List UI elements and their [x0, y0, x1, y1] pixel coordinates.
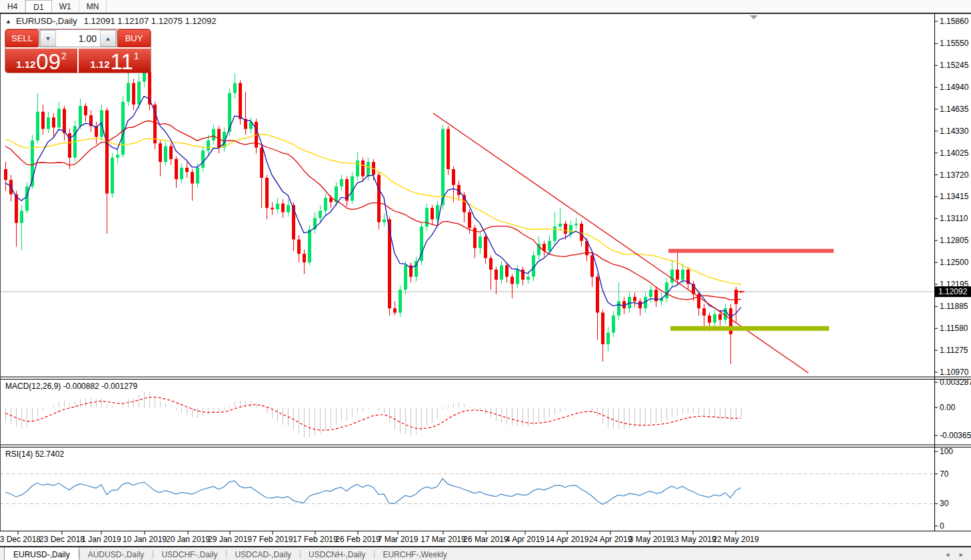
svg-text:24 Apr 2019: 24 Apr 2019: [589, 535, 632, 544]
tab-scroll-controls: ◄ ►: [944, 547, 971, 560]
chart-title: ▲ EURUSD-,Daily 1.12091 1.12107 1.12075 …: [5, 16, 216, 26]
svg-text:1.13720: 1.13720: [940, 170, 969, 180]
svg-text:7 Mar 2019: 7 Mar 2019: [378, 535, 419, 544]
svg-text:100: 100: [940, 447, 953, 456]
chart-shift-marker-icon[interactable]: [750, 15, 758, 19]
rsi-indicator-label: RSI(14) 52.7402: [5, 449, 64, 459]
chart-tab-audusd[interactable]: AUDUSD-,Daily: [79, 547, 153, 560]
macd-indicator-label: MACD(12,26,9) -0.000882 -0.001279: [5, 382, 137, 391]
svg-text:14 Apr 2019: 14 Apr 2019: [546, 535, 589, 544]
sell-price-display[interactable]: 1.12 09 2: [5, 49, 79, 73]
svg-text:1.11275: 1.11275: [940, 346, 968, 355]
svg-text:-0.00365: -0.00365: [940, 431, 971, 440]
macd-pane[interactable]: [5, 392, 742, 437]
svg-text:1.14635: 1.14635: [940, 105, 969, 114]
svg-text:70: 70: [940, 469, 949, 479]
svg-text:1.14025: 1.14025: [940, 148, 969, 158]
svg-text:30: 30: [940, 499, 949, 508]
rsi-name: RSI(14): [5, 449, 33, 459]
tab-scroll-left-icon[interactable]: ◄: [944, 551, 950, 558]
collapse-panel-icon[interactable]: ▲: [5, 18, 11, 25]
price-chart-canvas[interactable]: 1.158601.155501.152451.149401.146351.143…: [0, 0, 971, 560]
chart-tab-usdchf[interactable]: USDCHF-,Daily: [153, 547, 226, 560]
svg-text:20 Jan 2019: 20 Jan 2019: [166, 535, 210, 544]
chart-tab-usdcnh[interactable]: USDCNH-,Daily: [300, 547, 374, 560]
svg-text:4 Apr 2019: 4 Apr 2019: [506, 535, 544, 544]
svg-text:10 Jan 2019: 10 Jan 2019: [123, 535, 167, 544]
timeframe-button-w1[interactable]: W1: [52, 0, 79, 13]
volume-decrease-icon[interactable]: ▼: [40, 30, 56, 47]
mt4-terminal-window: 1.158601.155501.152451.149401.146351.143…: [0, 0, 971, 560]
svg-text:13 May 2019: 13 May 2019: [670, 535, 716, 544]
svg-text:1.12805: 1.12805: [940, 236, 969, 245]
macd-name: MACD(12,26,9): [5, 382, 61, 391]
svg-text:1.15245: 1.15245: [940, 61, 969, 70]
svg-text:1.13110: 1.13110: [940, 214, 968, 223]
svg-text:0.003287: 0.003287: [940, 378, 971, 387]
svg-text:13 Dec 2018: 13 Dec 2018: [0, 535, 41, 544]
chart-tab-bar: EURUSD-,DailyAUDUSD-,DailyUSDCHF-,DailyU…: [0, 546, 971, 560]
volume-increase-icon[interactable]: ▲: [100, 30, 116, 47]
macd-current-values: -0.000882 -0.001279: [63, 382, 137, 391]
svg-text:1.12092: 1.12092: [938, 287, 968, 296]
sell-button[interactable]: SELL: [5, 29, 39, 47]
svg-text:22 May 2019: 22 May 2019: [712, 535, 759, 544]
chart-tabs: EURUSD-,DailyAUDUSD-,DailyUSDCHF-,DailyU…: [0, 547, 456, 560]
tab-scroll-right-icon[interactable]: ►: [958, 551, 964, 558]
svg-text:26 Mar 2019: 26 Mar 2019: [463, 535, 508, 544]
svg-text:1 Jan 2019: 1 Jan 2019: [81, 535, 121, 544]
svg-text:1.10970: 1.10970: [940, 368, 969, 377]
svg-text:29 Jan 2019: 29 Jan 2019: [208, 535, 252, 544]
svg-text:3 May 2019: 3 May 2019: [629, 535, 671, 544]
svg-text:1.11580: 1.11580: [940, 324, 968, 333]
volume-input[interactable]: [56, 30, 100, 47]
timeframe-button-d1[interactable]: D1: [25, 0, 51, 13]
buy-price-display[interactable]: 1.12 11 1: [79, 49, 151, 73]
svg-text:1.15860: 1.15860: [940, 17, 969, 26]
sell-price-point: 2: [61, 51, 67, 61]
buy-price-point: 1: [134, 51, 139, 61]
chart-tab-eurusd[interactable]: EURUSD-,Daily: [4, 547, 79, 560]
rsi-current-value: 52.7402: [35, 449, 64, 459]
sell-price-base: 1.12: [16, 59, 35, 69]
buy-price-pips: 11: [111, 52, 133, 72]
svg-text:26 Feb 2019: 26 Feb 2019: [335, 535, 381, 544]
svg-text:1.11885: 1.11885: [940, 302, 968, 311]
timeframe-button-mn[interactable]: MN: [79, 0, 107, 13]
timeframe-toolbar: H4D1W1MN: [0, 0, 971, 14]
one-click-price-row: 1.12 09 2 1.12 11 1: [5, 47, 151, 73]
svg-text:23 Dec 2018: 23 Dec 2018: [39, 535, 85, 544]
svg-text:17 Mar 2019: 17 Mar 2019: [421, 535, 466, 544]
rsi-pane[interactable]: [0, 474, 934, 505]
svg-text:1.15550: 1.15550: [940, 39, 969, 48]
chart-tab-usdcad[interactable]: USDCAD-,Daily: [226, 547, 300, 560]
sell-price-pips: 09: [36, 52, 61, 72]
svg-text:7 Feb 2019: 7 Feb 2019: [253, 535, 293, 544]
svg-text:0: 0: [940, 521, 944, 531]
svg-text:1.14940: 1.14940: [940, 83, 969, 92]
timeframe-button-h4[interactable]: H4: [0, 0, 25, 13]
one-click-top-row: SELL ▼ ▲ BUY: [5, 29, 151, 47]
volume-stepper: ▼ ▲: [39, 29, 117, 47]
svg-text:1.13415: 1.13415: [940, 192, 969, 201]
one-click-trading-panel: SELL ▼ ▲ BUY 1.12 09 2 1.12 11 1: [5, 29, 151, 73]
buy-price-base: 1.12: [90, 59, 109, 69]
svg-text:1.12500: 1.12500: [940, 258, 969, 267]
svg-text:1.14330: 1.14330: [940, 127, 969, 136]
symbol-period-label: EURUSD-,Daily: [16, 16, 77, 26]
chart-tab-eurchf[interactable]: EURCHF-,Weekly: [374, 547, 455, 560]
svg-text:0.00: 0.00: [940, 403, 956, 412]
axes: 1.158601.155501.152451.149401.146351.143…: [0, 14, 971, 544]
svg-text:17 Feb 2019: 17 Feb 2019: [293, 535, 338, 544]
buy-button[interactable]: BUY: [117, 29, 151, 47]
ohlc-values: 1.12091 1.12107 1.12075 1.12092: [84, 16, 217, 26]
